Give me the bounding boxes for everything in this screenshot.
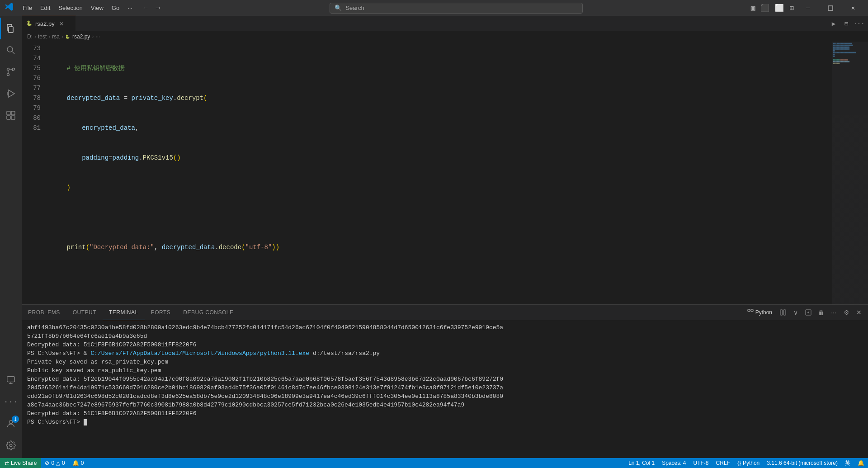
terminal-line-6: Public key saved as rsa_public_key.pem xyxy=(27,366,863,375)
menu-selection[interactable]: Selection xyxy=(55,4,86,12)
status-errors[interactable]: ⊘ 0 △ 0 xyxy=(41,458,68,468)
status-remote[interactable]: ⇄ Live Share xyxy=(0,458,41,468)
code-line-75: encrypted_data, xyxy=(52,123,832,133)
code-line-81 xyxy=(52,302,832,304)
nav-back-button[interactable]: ← xyxy=(140,3,151,13)
main-layout: ··· 1 🐍 rsa2.py ✕ ▶ ⊟ ··· xyxy=(0,16,868,458)
more-actions-button[interactable]: ··· xyxy=(854,18,864,29)
panel-close-button[interactable]: ✕ xyxy=(854,307,864,318)
activity-item-run[interactable] xyxy=(0,83,22,104)
python-icon xyxy=(747,309,754,317)
error-icon: ⊘ xyxy=(45,460,49,466)
nav-forward-button[interactable]: → xyxy=(152,3,164,13)
tab-filename: rsa2.py xyxy=(35,20,55,27)
tab-rsa2py[interactable]: 🐍 rsa2.py ✕ xyxy=(22,16,76,31)
status-python-version[interactable]: 3.11.6 64-bit (microsoft store) xyxy=(763,458,841,468)
menu-bar: File Edit Selection View Go ··· xyxy=(19,4,136,12)
activity-item-explorer[interactable] xyxy=(0,18,22,39)
close-button[interactable]: ✕ xyxy=(843,0,863,16)
svg-rect-22 xyxy=(751,309,753,312)
menu-go[interactable]: Go xyxy=(108,4,123,12)
tab-actions: ▶ ⊟ ··· xyxy=(828,16,868,31)
breadcrumb-filename[interactable]: rsa2.py xyxy=(72,33,90,40)
status-bar-right: Ln 1, Col 1 Spaces: 4 UTF-8 CRLF {} Pyth… xyxy=(625,458,868,468)
breadcrumb-test[interactable]: test xyxy=(38,33,47,40)
status-encoding[interactable]: UTF-8 xyxy=(690,458,712,468)
svg-rect-0 xyxy=(828,6,833,10)
svg-marker-8 xyxy=(9,90,14,97)
status-bar: ⇄ Live Share ⊘ 0 △ 0 🔔 0 Ln 1, Col 1 Spa… xyxy=(0,458,868,468)
activity-item-search[interactable] xyxy=(0,39,22,61)
menu-edit[interactable]: Edit xyxy=(37,4,54,12)
activity-item-remote[interactable] xyxy=(0,369,22,391)
svg-rect-14 xyxy=(7,377,15,382)
svg-rect-13 xyxy=(11,116,15,119)
breadcrumb-sep-2: › xyxy=(48,33,50,40)
svg-point-5 xyxy=(7,68,9,71)
terminal-content[interactable]: abf1493ba67c20435c0230a1be58fd028b2800a1… xyxy=(22,321,868,458)
menu-more[interactable]: ··· xyxy=(124,4,136,12)
svg-point-3 xyxy=(7,47,13,52)
maximize-button[interactable] xyxy=(820,0,841,16)
panel-tab-terminal[interactable]: TERMINAL xyxy=(103,305,145,320)
activity-item-extensions[interactable] xyxy=(0,104,22,126)
status-input-method[interactable]: 英 xyxy=(841,458,854,468)
panel-tab-problems[interactable]: PROBLEMS xyxy=(22,305,66,320)
run-button[interactable]: ▶ xyxy=(828,18,839,29)
language-icon: {} xyxy=(737,460,741,466)
tab-file-icon: 🐍 xyxy=(26,20,33,28)
breadcrumb-file-icon: 🐍 xyxy=(65,34,71,39)
line-numbers: 73 74 75 76 77 78 79 80 81 xyxy=(22,42,44,304)
breadcrumb-sep-1: › xyxy=(34,33,36,40)
panel-more-button[interactable]: ··· xyxy=(828,307,839,318)
activity-item-more[interactable]: ··· xyxy=(0,391,22,413)
accounts-badge: 1 xyxy=(12,416,19,423)
layout-panel-icon[interactable]: ⬛ xyxy=(759,4,771,13)
terminal-cursor xyxy=(84,419,87,425)
status-notifications[interactable]: 🔔 0 xyxy=(69,458,88,468)
layout-custom-icon[interactable]: ⊞ xyxy=(788,4,796,13)
minimize-button[interactable]: ─ xyxy=(797,0,818,16)
panel-split-button[interactable] xyxy=(778,307,788,318)
svg-point-6 xyxy=(13,68,15,71)
terminal-line-5: Private key saved as rsa_private_key.pem xyxy=(27,358,863,366)
layout-split-icon[interactable]: ⬜ xyxy=(773,4,786,13)
svg-rect-12 xyxy=(7,116,10,119)
layout-sidebar-icon[interactable]: ▣ xyxy=(749,4,757,13)
breadcrumb-dots[interactable]: ··· xyxy=(95,33,100,40)
python-badge[interactable]: Python xyxy=(744,308,776,317)
activity-item-source-control[interactable] xyxy=(0,61,22,83)
panel-settings-button[interactable]: ⚙ xyxy=(841,307,852,318)
status-position[interactable]: Ln 1, Col 1 xyxy=(625,458,658,468)
status-spaces[interactable]: Spaces: 4 xyxy=(658,458,689,468)
code-editor[interactable]: 73 74 75 76 77 78 79 80 81 # 使用私钥解密数据 de… xyxy=(22,42,832,304)
svg-rect-23 xyxy=(780,310,783,315)
panel-tab-actions: Python ∨ 🗑 ··· ⚙ ✕ xyxy=(740,305,868,320)
activity-item-settings[interactable] xyxy=(0,435,22,456)
line-num-79: 79 xyxy=(22,103,41,113)
panel-trash-button[interactable]: 🗑 xyxy=(816,307,826,318)
panel-tab-debug[interactable]: DEBUG CONSOLE xyxy=(177,305,240,320)
code-line-74: decrypted_data = private_key.decrypt( xyxy=(52,93,832,103)
activity-item-accounts[interactable]: 1 xyxy=(0,413,22,435)
panel-new-terminal-button[interactable] xyxy=(803,307,814,318)
svg-text:🐍: 🐍 xyxy=(65,34,70,39)
breadcrumb-drive[interactable]: D: xyxy=(27,33,33,40)
status-language[interactable]: {} Python xyxy=(734,458,763,468)
menu-file[interactable]: File xyxy=(19,4,36,12)
split-editor-button[interactable]: ⊟ xyxy=(841,18,852,29)
status-feedback[interactable]: 🔔 xyxy=(854,458,868,468)
panel: PROBLEMS OUTPUT TERMINAL PORTS DEBUG CON… xyxy=(22,304,868,458)
breadcrumb-rsa[interactable]: rsa xyxy=(52,33,60,40)
svg-rect-11 xyxy=(11,111,15,115)
bell-icon: 🔔 xyxy=(72,460,79,466)
tab-close-button[interactable]: ✕ xyxy=(57,20,66,28)
panel-tab-output[interactable]: OUTPUT xyxy=(66,305,103,320)
menu-view[interactable]: View xyxy=(87,4,107,12)
panel-chevron-button[interactable]: ∨ xyxy=(790,307,801,318)
panel-tab-ports[interactable]: PORTS xyxy=(145,305,177,320)
search-box[interactable]: 🔍 Search xyxy=(330,3,583,14)
status-line-ending[interactable]: CRLF xyxy=(712,458,734,468)
terminal-line-3: Decrypted data: 51C1F8F6B1C072A82F500811… xyxy=(27,340,863,349)
terminal-line-11: Decrypted data: 51C1F8F6B1C072A82F500811… xyxy=(27,409,863,418)
